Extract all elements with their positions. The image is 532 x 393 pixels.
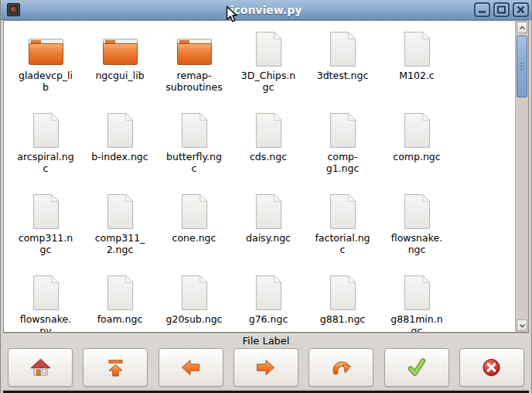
item-label: butterfly.ng c — [166, 151, 222, 174]
item-label: g881.ngc — [320, 313, 366, 325]
scrollbar-grip — [520, 63, 523, 70]
file-icon — [179, 112, 210, 149]
item-label: comp311_ 2.ngc — [95, 232, 145, 255]
file-item[interactable]: g881min.n gc — [380, 274, 454, 332]
forward-button[interactable] — [234, 348, 298, 387]
folder-icon — [102, 36, 138, 67]
file-icon-slot — [179, 111, 210, 149]
file-item[interactable]: cds.ngc — [231, 111, 305, 193]
item-label: g881min.n gc — [390, 313, 442, 332]
window-controls — [474, 2, 529, 17]
home-icon — [30, 358, 51, 377]
file-item[interactable]: cone.ngc — [157, 193, 231, 274]
redo-button[interactable] — [309, 348, 373, 387]
item-label: arcspiral.ng c — [17, 151, 73, 174]
close-icon — [516, 5, 526, 14]
scrollbar-trough[interactable] — [516, 34, 528, 319]
item-label: flowsnake. py — [20, 313, 71, 332]
file-icon-slot — [179, 193, 210, 230]
file-item[interactable]: arcspiral.ng c — [9, 111, 83, 193]
file-icon-slot — [402, 193, 432, 230]
minimize-icon — [477, 5, 487, 14]
footer-panel: File Label — [3, 333, 529, 389]
item-label: gladevcp_li b — [19, 70, 73, 93]
file-item[interactable]: g881.ngc — [305, 274, 380, 332]
file-icon-slot — [105, 274, 135, 311]
toolbar — [5, 348, 527, 387]
file-item[interactable]: butterfly.ng c — [157, 111, 231, 193]
cancel-button[interactable] — [459, 348, 524, 387]
file-item[interactable]: flowsnake. ngc — [380, 193, 454, 274]
file-item[interactable]: comp.ngc — [380, 111, 454, 193]
file-icon-slot — [105, 193, 135, 230]
item-label: foam.ngc — [97, 313, 143, 325]
file-icon-slot — [328, 111, 358, 149]
item-label: 3dtest.ngc — [317, 70, 369, 81]
file-item[interactable]: daisy.ngc — [231, 193, 305, 274]
file-item[interactable]: M102.c — [380, 30, 454, 111]
file-icon — [402, 112, 432, 149]
folder-item[interactable]: gladevcp_li b — [9, 30, 83, 111]
home-button[interactable] — [8, 348, 73, 387]
folder-item[interactable]: remap- subroutines — [157, 30, 231, 111]
item-label: remap- subroutines — [165, 70, 222, 93]
titlebar: iconview.py — [1, 0, 531, 20]
ok-button[interactable] — [384, 348, 449, 387]
close-button[interactable] — [513, 2, 529, 17]
window-frame: gladevcp_li bngcgui_libremap- subroutine… — [1, 20, 531, 393]
file-icon — [254, 193, 284, 230]
file-icon — [31, 112, 61, 149]
up-arrow-icon — [105, 357, 126, 378]
scroll-up-button[interactable] — [517, 22, 527, 33]
file-item[interactable]: 3D_Chips.n gc — [231, 30, 305, 111]
file-icon-slot — [179, 274, 210, 311]
file-icon-slot — [402, 111, 432, 149]
chevron-down-icon — [519, 323, 526, 328]
item-label: ngcgui_lib — [95, 70, 144, 81]
file-icon-slot — [402, 30, 432, 67]
file-icon — [328, 31, 358, 67]
file-item[interactable]: factorial.ng c — [305, 193, 380, 274]
file-item[interactable]: g76.ngc — [231, 274, 305, 332]
file-icon-slot — [328, 30, 358, 67]
minimize-button[interactable] — [474, 2, 490, 17]
file-item[interactable]: b-index.ngc — [83, 111, 157, 193]
file-item[interactable]: flowsnake. py — [9, 274, 83, 332]
cancel-icon — [481, 357, 502, 378]
vertical-scrollbar[interactable] — [515, 21, 528, 332]
file-icon — [402, 275, 432, 311]
back-button[interactable] — [159, 348, 223, 387]
file-icon-slot — [254, 30, 284, 67]
file-item[interactable]: comp311.n gc — [9, 193, 83, 274]
forward-arrow-icon — [255, 357, 276, 378]
scroll-down-button[interactable] — [517, 320, 527, 331]
item-label: b-index.ngc — [91, 151, 148, 162]
item-label: 3D_Chips.n gc — [241, 70, 295, 93]
file-icon — [328, 112, 358, 149]
maximize-icon — [496, 5, 506, 14]
item-label: cone.ngc — [172, 232, 217, 244]
file-item[interactable]: g20sub.ngc — [157, 274, 231, 332]
scrollbar-thumb[interactable] — [517, 36, 527, 97]
item-label: cds.ngc — [250, 151, 287, 162]
file-item[interactable]: 3dtest.ngc — [305, 30, 380, 111]
file-icon — [402, 31, 432, 67]
iconview: gladevcp_li bngcgui_libremap- subroutine… — [4, 21, 515, 332]
window: iconview.py gladevcp — [0, 0, 532, 393]
ok-check-icon — [406, 358, 427, 377]
file-item[interactable]: foam.ngc — [83, 274, 157, 332]
file-item[interactable]: comp311_ 2.ngc — [83, 193, 157, 274]
window-bottom-frame — [3, 389, 529, 393]
file-icon — [254, 275, 284, 311]
up-button[interactable] — [83, 348, 148, 387]
folder-icon-slot — [28, 30, 64, 67]
folder-item[interactable]: ngcgui_lib — [83, 30, 157, 111]
item-label: flowsnake. ngc — [391, 232, 442, 255]
folder-icon — [28, 36, 64, 67]
file-item[interactable]: comp- g1.ngc — [305, 111, 380, 193]
item-label: comp311.n gc — [19, 232, 73, 255]
folder-icon-slot — [102, 30, 138, 67]
file-icon — [179, 275, 210, 311]
maximize-button[interactable] — [493, 2, 510, 17]
file-icon — [105, 112, 135, 149]
